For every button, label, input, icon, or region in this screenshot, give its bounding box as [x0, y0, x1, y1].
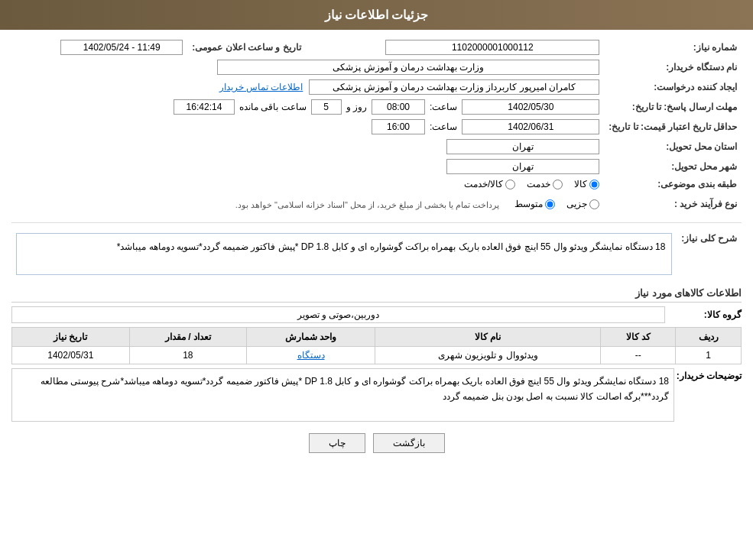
- need-number-label: شماره نیاز:: [604, 37, 742, 57]
- category-option-kala-khedmat[interactable]: کالا/خدمت: [464, 179, 515, 189]
- process-option-jozi[interactable]: جزیی: [566, 199, 599, 209]
- price-validity-label: حداقل تاریخ اعتبار قیمت: تا تاریخ:: [604, 117, 742, 137]
- buyer-notes-content: 18 دستگاه نمایشگر ویدئو وال 55 اینچ فوق …: [11, 368, 674, 422]
- general-desc-value: 18 دستگاه نمایشگر ویدئو وال 55 اینچ فوق …: [16, 233, 672, 275]
- process-radio-group: جزیی متوسط: [514, 199, 599, 209]
- response-time: 08:00: [372, 99, 425, 115]
- buyer-org-value: وزارت بهداشت درمان و آموزش پزشکی: [217, 60, 599, 75]
- response-date: 1402/05/30: [462, 99, 599, 115]
- response-hours-label: ساعت باقی مانده: [239, 102, 307, 112]
- city-label: شهر محل تحویل:: [604, 157, 742, 176]
- process-jozi-label: جزیی: [566, 199, 587, 209]
- col-unit-code: واحد شمارش: [247, 328, 375, 347]
- buyer-org-label: نام دستگاه خریدار:: [604, 57, 742, 77]
- category-option-khedmat[interactable]: خدمت: [527, 179, 563, 189]
- price-validity-time: 16:00: [372, 119, 425, 134]
- process-note: پرداخت تمام یا بخشی از مبلغ خرید، از محل…: [232, 196, 504, 214]
- requester-label: ایجاد کننده درخواست:: [604, 77, 742, 97]
- cell-product-name: ویدئووال و تلویزیون شهری: [375, 347, 601, 364]
- category-option-kala[interactable]: کالا: [574, 179, 599, 189]
- product-group-label: گروه کالا:: [665, 309, 742, 320]
- buyer-notes-section: توضیحات خریدار: 18 دستگاه نمایشگر ویدئو …: [11, 368, 742, 422]
- response-time-label: ساعت:: [430, 102, 457, 112]
- contact-link[interactable]: اطلاعات تماس خریدار: [219, 82, 303, 92]
- page-title: جزئیات اطلاعات نیاز: [325, 8, 429, 21]
- category-radio-group: کالا خدمت کالا/خدمت: [16, 179, 599, 189]
- process-label: نوع فرآیند خرید :: [604, 192, 742, 216]
- general-desc-label: شرح کلی نیاز:: [677, 227, 742, 281]
- cell-need-date: 1402/05/31: [12, 347, 130, 364]
- col-product-code: کد کالا: [601, 328, 676, 347]
- divider-1: [11, 222, 742, 223]
- products-section-title: اطلاعات کالاهای مورد نیاز: [11, 287, 742, 303]
- process-option-motavasset[interactable]: متوسط: [514, 199, 555, 209]
- need-number-value: 1102000001000112: [385, 40, 599, 55]
- product-group-row: گروه کالا: دوربین،صوتی و تصویر: [11, 306, 742, 323]
- category-label: طبقه بندی موضوعی:: [604, 176, 742, 192]
- province-value: تهران: [446, 139, 599, 154]
- price-validity-date: 1402/06/31: [462, 119, 599, 134]
- response-deadline-label: مهلت ارسال پاسخ: تا تاریخ:: [604, 97, 742, 117]
- main-form-table: شماره نیاز: 1102000001000112 تاریخ و ساع…: [11, 37, 742, 216]
- page-wrapper: جزئیات اطلاعات نیاز شماره نیاز: 11020000…: [0, 0, 753, 560]
- category-kala-khedmat-label: کالا/خدمت: [464, 179, 503, 189]
- city-value: تهران: [446, 159, 599, 174]
- back-button[interactable]: بازگشت: [373, 433, 445, 453]
- announce-label: تاریخ و ساعت اعلان عمومی:: [187, 37, 305, 57]
- product-group-value: دوربین،صوتی و تصویر: [11, 306, 665, 323]
- col-row-num: ردیف: [676, 328, 742, 347]
- buyer-notes-label: توضیحات خریدار:: [680, 368, 742, 422]
- category-khedmat-label: خدمت: [527, 179, 550, 189]
- process-motavasset-label: متوسط: [514, 199, 543, 209]
- price-validity-time-label: ساعت:: [430, 121, 457, 132]
- announce-value: 1402/05/24 - 11:49: [60, 40, 183, 55]
- content-area: شماره نیاز: 1102000001000112 تاریخ و ساع…: [0, 30, 753, 468]
- response-days: 5: [311, 99, 342, 115]
- requester-value: کامران امیرپور کاربرداز وزارت بهداشت درم…: [309, 79, 599, 95]
- page-header: جزئیات اطلاعات نیاز: [0, 0, 753, 30]
- cell-row-num: 1: [676, 347, 742, 364]
- general-desc-table: شرح کلی نیاز: 18 دستگاه نمایشگر ویدئو وا…: [11, 227, 742, 281]
- cell-quantity: 18: [129, 347, 246, 364]
- items-table: ردیف کد کالا نام کالا واحد شمارش تعداد /…: [11, 327, 742, 364]
- col-quantity: تعداد / مقدار: [129, 328, 246, 347]
- category-kala-label: کالا: [574, 179, 587, 189]
- cell-product-code: --: [601, 347, 676, 364]
- col-product-name: نام کالا: [375, 328, 601, 347]
- col-need-date: تاریخ نیاز: [12, 328, 130, 347]
- bottom-buttons: بازگشت چاپ: [11, 433, 742, 453]
- table-row: 1--ویدئووال و تلویزیون شهریدستگاه181402/…: [12, 347, 742, 364]
- response-remaining: 16:42:14: [174, 99, 235, 115]
- cell-unit-code[interactable]: دستگاه: [247, 347, 375, 364]
- print-button[interactable]: چاپ: [309, 433, 365, 453]
- response-days-label: روز و: [346, 102, 367, 112]
- province-label: استان محل تحویل:: [604, 137, 742, 157]
